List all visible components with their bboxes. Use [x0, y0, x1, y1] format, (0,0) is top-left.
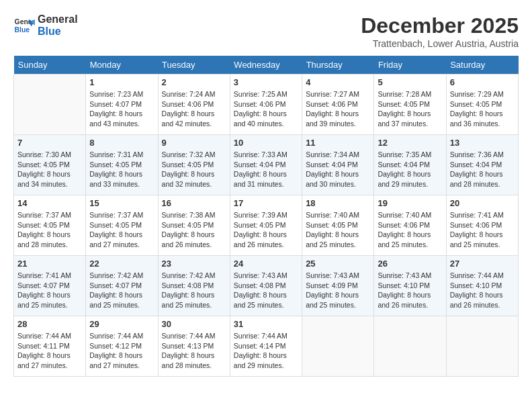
day-info: Sunrise: 7:40 AMSunset: 4:05 PMDaylight:…: [306, 210, 370, 250]
day-info: Sunrise: 7:25 AMSunset: 4:06 PMDaylight:…: [234, 89, 298, 129]
day-info: Sunrise: 7:39 AMSunset: 4:05 PMDaylight:…: [234, 210, 298, 250]
day-info: Sunrise: 7:37 AMSunset: 4:05 PMDaylight:…: [89, 210, 154, 250]
day-cell: 31Sunrise: 7:44 AMSunset: 4:14 PMDayligh…: [230, 316, 302, 377]
day-info: Sunrise: 7:42 AMSunset: 4:07 PMDaylight:…: [89, 271, 154, 310]
day-info: Sunrise: 7:35 AMSunset: 4:04 PMDaylight:…: [378, 150, 442, 189]
day-cell: 26Sunrise: 7:43 AMSunset: 4:10 PMDayligh…: [374, 256, 446, 316]
day-cell: 18Sunrise: 7:40 AMSunset: 4:05 PMDayligh…: [302, 195, 374, 256]
day-cell: 5Sunrise: 7:28 AMSunset: 4:05 PMDaylight…: [374, 75, 446, 135]
day-number: 2: [162, 77, 226, 87]
title-block: December 2025 Trattenbach, Lower Austria…: [361, 13, 519, 49]
day-number: 23: [162, 259, 226, 269]
day-info: Sunrise: 7:44 AMSunset: 4:12 PMDaylight:…: [89, 331, 154, 371]
day-info: Sunrise: 7:28 AMSunset: 4:05 PMDaylight:…: [378, 89, 442, 129]
day-info: Sunrise: 7:40 AMSunset: 4:06 PMDaylight:…: [378, 210, 442, 250]
day-number: 25: [306, 259, 370, 269]
logo: General Blue General Blue: [13, 13, 78, 38]
day-cell: 19Sunrise: 7:40 AMSunset: 4:06 PMDayligh…: [374, 195, 446, 256]
day-number: 3: [234, 77, 298, 87]
day-cell: 2Sunrise: 7:24 AMSunset: 4:06 PMDaylight…: [158, 75, 230, 135]
day-number: 15: [89, 198, 154, 208]
day-cell: 14Sunrise: 7:37 AMSunset: 4:05 PMDayligh…: [14, 195, 86, 256]
day-cell: [446, 316, 518, 377]
header-monday: Monday: [86, 56, 158, 75]
day-cell: 15Sunrise: 7:37 AMSunset: 4:05 PMDayligh…: [86, 195, 158, 256]
day-number: 20: [450, 198, 515, 208]
day-number: 17: [234, 198, 298, 208]
day-number: 30: [162, 319, 226, 329]
day-cell: [14, 75, 86, 135]
day-info: Sunrise: 7:41 AMSunset: 4:07 PMDaylight:…: [17, 271, 82, 310]
day-number: 1: [89, 77, 154, 87]
day-cell: 24Sunrise: 7:43 AMSunset: 4:08 PMDayligh…: [230, 256, 302, 316]
week-row-2: 7Sunrise: 7:30 AMSunset: 4:05 PMDaylight…: [14, 135, 519, 195]
day-info: Sunrise: 7:31 AMSunset: 4:05 PMDaylight:…: [89, 150, 154, 189]
header-row: SundayMondayTuesdayWednesdayThursdayFrid…: [14, 56, 519, 75]
day-info: Sunrise: 7:36 AMSunset: 4:04 PMDaylight:…: [450, 150, 515, 189]
day-cell: 22Sunrise: 7:42 AMSunset: 4:07 PMDayligh…: [86, 256, 158, 316]
day-number: 5: [378, 77, 442, 87]
day-number: 11: [306, 138, 370, 148]
day-number: 28: [17, 319, 82, 329]
day-info: Sunrise: 7:44 AMSunset: 4:14 PMDaylight:…: [234, 331, 298, 371]
day-cell: [302, 316, 374, 377]
week-row-3: 14Sunrise: 7:37 AMSunset: 4:05 PMDayligh…: [14, 195, 519, 256]
day-info: Sunrise: 7:42 AMSunset: 4:08 PMDaylight:…: [162, 271, 226, 310]
logo-general: General: [38, 13, 78, 26]
day-cell: 9Sunrise: 7:32 AMSunset: 4:05 PMDaylight…: [158, 135, 230, 195]
day-info: Sunrise: 7:34 AMSunset: 4:04 PMDaylight:…: [306, 150, 370, 189]
week-row-4: 21Sunrise: 7:41 AMSunset: 4:07 PMDayligh…: [14, 256, 519, 316]
day-cell: 20Sunrise: 7:41 AMSunset: 4:06 PMDayligh…: [446, 195, 518, 256]
day-cell: 29Sunrise: 7:44 AMSunset: 4:12 PMDayligh…: [86, 316, 158, 377]
logo-icon: General Blue: [13, 15, 35, 36]
day-cell: 6Sunrise: 7:29 AMSunset: 4:05 PMDaylight…: [446, 75, 518, 135]
day-cell: 3Sunrise: 7:25 AMSunset: 4:06 PMDaylight…: [230, 75, 302, 135]
day-info: Sunrise: 7:44 AMSunset: 4:13 PMDaylight:…: [162, 331, 226, 371]
day-number: 22: [89, 259, 154, 269]
day-number: 19: [378, 198, 442, 208]
day-info: Sunrise: 7:43 AMSunset: 4:10 PMDaylight:…: [378, 271, 442, 310]
day-number: 4: [306, 77, 370, 87]
day-cell: 30Sunrise: 7:44 AMSunset: 4:13 PMDayligh…: [158, 316, 230, 377]
day-cell: 16Sunrise: 7:38 AMSunset: 4:05 PMDayligh…: [158, 195, 230, 256]
day-info: Sunrise: 7:43 AMSunset: 4:08 PMDaylight:…: [234, 271, 298, 310]
day-info: Sunrise: 7:32 AMSunset: 4:05 PMDaylight:…: [162, 150, 226, 189]
day-number: 16: [162, 198, 226, 208]
page-header: General Blue General Blue December 2025 …: [13, 13, 519, 49]
day-cell: 4Sunrise: 7:27 AMSunset: 4:06 PMDaylight…: [302, 75, 374, 135]
day-cell: 23Sunrise: 7:42 AMSunset: 4:08 PMDayligh…: [158, 256, 230, 316]
day-info: Sunrise: 7:44 AMSunset: 4:10 PMDaylight:…: [450, 271, 515, 310]
day-cell: 27Sunrise: 7:44 AMSunset: 4:10 PMDayligh…: [446, 256, 518, 316]
header-sunday: Sunday: [14, 56, 86, 75]
day-cell: 11Sunrise: 7:34 AMSunset: 4:04 PMDayligh…: [302, 135, 374, 195]
day-info: Sunrise: 7:41 AMSunset: 4:06 PMDaylight:…: [450, 210, 515, 250]
day-number: 21: [17, 259, 82, 269]
header-wednesday: Wednesday: [230, 56, 302, 75]
header-saturday: Saturday: [446, 56, 518, 75]
day-number: 29: [89, 319, 154, 329]
day-info: Sunrise: 7:23 AMSunset: 4:07 PMDaylight:…: [89, 89, 154, 129]
logo-blue: Blue: [38, 26, 78, 38]
day-info: Sunrise: 7:27 AMSunset: 4:06 PMDaylight:…: [306, 89, 370, 129]
month-title: December 2025: [361, 13, 519, 38]
day-cell: 12Sunrise: 7:35 AMSunset: 4:04 PMDayligh…: [374, 135, 446, 195]
day-info: Sunrise: 7:24 AMSunset: 4:06 PMDaylight:…: [162, 89, 226, 129]
day-number: 9: [162, 138, 226, 148]
day-info: Sunrise: 7:43 AMSunset: 4:09 PMDaylight:…: [306, 271, 370, 310]
day-number: 14: [17, 198, 82, 208]
day-cell: 8Sunrise: 7:31 AMSunset: 4:05 PMDaylight…: [86, 135, 158, 195]
day-cell: 25Sunrise: 7:43 AMSunset: 4:09 PMDayligh…: [302, 256, 374, 316]
day-info: Sunrise: 7:37 AMSunset: 4:05 PMDaylight:…: [17, 210, 82, 250]
day-cell: 28Sunrise: 7:44 AMSunset: 4:11 PMDayligh…: [14, 316, 86, 377]
day-number: 6: [450, 77, 515, 87]
day-number: 31: [234, 319, 298, 329]
day-info: Sunrise: 7:33 AMSunset: 4:04 PMDaylight:…: [234, 150, 298, 189]
day-cell: 1Sunrise: 7:23 AMSunset: 4:07 PMDaylight…: [86, 75, 158, 135]
day-info: Sunrise: 7:38 AMSunset: 4:05 PMDaylight:…: [162, 210, 226, 250]
day-cell: [374, 316, 446, 377]
day-number: 7: [17, 138, 82, 148]
day-number: 18: [306, 198, 370, 208]
day-number: 12: [378, 138, 442, 148]
header-thursday: Thursday: [302, 56, 374, 75]
day-info: Sunrise: 7:30 AMSunset: 4:05 PMDaylight:…: [17, 150, 82, 189]
